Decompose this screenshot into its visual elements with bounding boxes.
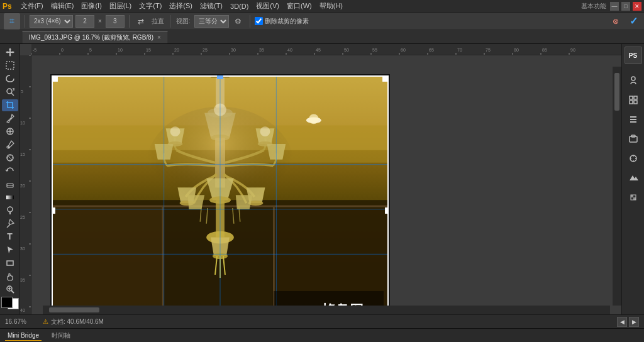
photo-container: 蜂鸟网 fengniao.com (50, 74, 390, 314)
history-brush-tool[interactable] (2, 165, 18, 177)
svg-text:15: 15 (20, 152, 25, 157)
svg-text:40: 40 (20, 308, 25, 312)
menu-help[interactable]: 帮助(H) (316, 0, 347, 13)
menu-select[interactable]: 选择(S) (165, 0, 196, 13)
eraser-tool[interactable] (2, 178, 18, 190)
app-logo: Ps (3, 2, 12, 11)
svg-rect-151 (634, 96, 637, 99)
svg-text:45: 45 (316, 48, 321, 52)
lasso-tool[interactable] (2, 73, 18, 85)
pen-tool[interactable] (2, 218, 18, 229)
brush-tool[interactable] (2, 138, 18, 150)
ratio-select[interactable]: 2x3 (4×6) (30, 15, 73, 28)
svg-text:15: 15 (146, 48, 151, 52)
svg-text:30: 30 (231, 48, 236, 52)
svg-point-149 (631, 77, 635, 80)
clone-tool[interactable] (2, 152, 18, 163)
svg-point-119 (170, 126, 180, 136)
svg-point-120 (260, 126, 270, 136)
path-select-tool[interactable] (2, 244, 18, 256)
menu-text[interactable]: 文字(T) (135, 0, 165, 13)
svg-rect-13 (9, 212, 11, 214)
width-input[interactable] (75, 15, 94, 28)
svg-text:25: 25 (203, 48, 208, 52)
heal-tool[interactable] (2, 126, 18, 138)
document-tab[interactable]: IMG_0913.JPG @ 16.7% (裁剪预览, RGB/8) × (22, 31, 168, 43)
rectangle-tool[interactable] (2, 257, 18, 269)
svg-text:20: 20 (20, 184, 25, 188)
svg-rect-153 (634, 101, 637, 104)
delete-pixels-checkbox[interactable]: 删除裁剪的像素 (255, 17, 309, 26)
panel-btn-1[interactable] (625, 72, 642, 89)
foreground-color-swatch[interactable] (1, 297, 13, 308)
close-button[interactable]: ✕ (633, 2, 641, 11)
type-tool[interactable]: T (2, 231, 18, 243)
mini-bridge-bar: Mini Bridge 时间轴 (0, 328, 644, 342)
vertical-scrollbar[interactable] (613, 67, 621, 306)
nav-prev-button[interactable]: ◀ (617, 317, 627, 327)
menu-file[interactable]: 文件(F) (17, 0, 47, 13)
panel-btn-4[interactable] (625, 130, 642, 148)
panel-btn-7[interactable] (625, 189, 642, 206)
h-scroll-thumb[interactable] (49, 307, 99, 312)
panel-btn-5[interactable] (625, 150, 642, 167)
confirm-crop-icon[interactable]: ✓ (626, 14, 640, 28)
minibridge-tab[interactable]: Mini Bridge (5, 331, 42, 341)
menubar: Ps 文件(F) 编辑(E) 图像(I) 图层(L) 文字(T) 选择(S) 滤… (0, 0, 644, 13)
crop-tool[interactable] (2, 99, 18, 111)
svg-text:90: 90 (570, 48, 575, 52)
view-select[interactable]: 三等分 (194, 15, 229, 28)
settings-icon[interactable]: ⚙ (231, 14, 245, 28)
menu-layer[interactable]: 图层(L) (106, 0, 135, 13)
svg-text:10: 10 (118, 48, 123, 52)
quick-select-tool[interactable] (2, 86, 18, 98)
tab-close-button[interactable]: × (157, 34, 161, 41)
gradient-tool[interactable] (2, 191, 18, 203)
menu-view[interactable]: 视图(V) (252, 0, 283, 13)
svg-text:20: 20 (174, 48, 179, 52)
menu-filter[interactable]: 滤镜(T) (196, 0, 226, 13)
dodge-tool[interactable] (2, 204, 18, 216)
crop-tool-active: ⌗ (4, 13, 20, 30)
straighten-label: 拉直 (150, 17, 165, 26)
svg-line-14 (7, 224, 10, 228)
zoom-tool[interactable] (2, 284, 18, 295)
canvas-area: -5 0 5 10 15 20 25 30 35 (20, 44, 621, 314)
menu-edit[interactable]: 编辑(E) (47, 0, 78, 13)
svg-text:35: 35 (259, 48, 264, 52)
marquee-tool[interactable] (2, 60, 18, 72)
svg-text:0: 0 (61, 48, 64, 52)
minimize-button[interactable]: — (610, 2, 619, 11)
options-bar: ⌗ 2x3 (4×6) × ⇄ 拉直 视图: 三等分 ⚙ 删除裁剪的像素 ⊗ ✓ (0, 13, 644, 30)
svg-text:60: 60 (401, 48, 406, 52)
timeline-tab[interactable]: 时间轴 (49, 330, 73, 341)
svg-line-2 (11, 93, 14, 96)
eyedropper-tool[interactable] (2, 113, 18, 124)
separator-2 (129, 15, 130, 28)
cancel-crop-icon[interactable]: ⊗ (609, 14, 623, 28)
panel-history-btn[interactable]: PS (625, 47, 642, 64)
workspace-label: 基本功能 (580, 2, 608, 11)
svg-point-91 (309, 114, 319, 124)
v-scroll-thumb[interactable] (614, 73, 619, 111)
svg-rect-0 (6, 62, 14, 69)
move-tool[interactable] (2, 47, 18, 58)
menu-window[interactable]: 窗口(W) (283, 0, 316, 13)
panel-btn-2[interactable] (625, 91, 642, 109)
horizontal-scrollbar[interactable] (43, 306, 610, 314)
maximize-button[interactable]: □ (621, 2, 630, 11)
toolbar: T (0, 44, 20, 314)
menu-image[interactable]: 图像(I) (77, 0, 105, 13)
nav-next-button[interactable]: ▶ (629, 317, 639, 327)
svg-text:55: 55 (372, 48, 377, 52)
panel-btn-3[interactable] (625, 111, 642, 128)
svg-text:-5: -5 (33, 48, 36, 52)
swap-icon[interactable]: ⇄ (134, 14, 148, 28)
zoom-level: 16.67% (5, 318, 36, 325)
height-input[interactable] (106, 15, 125, 28)
delete-pixels-check[interactable] (255, 17, 263, 25)
hand-tool[interactable] (2, 270, 18, 282)
status-bar: 16.67% ⚠ 文档: 40.6M/40.6M ◀ ▶ (0, 314, 644, 328)
panel-btn-6[interactable] (625, 169, 642, 187)
menu-3d[interactable]: 3D(D) (226, 0, 252, 13)
